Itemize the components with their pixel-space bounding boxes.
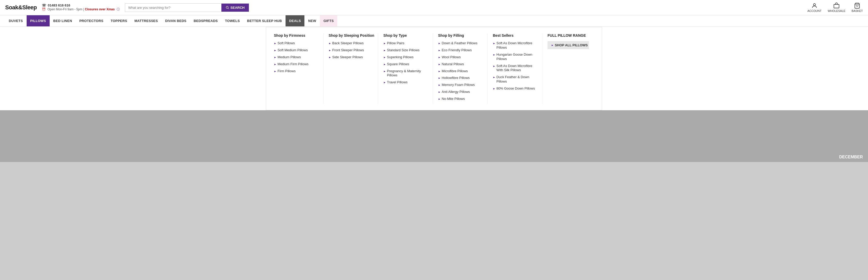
nav-item-better-sleep-hub[interactable]: BETTER SLEEP HUB [243, 15, 285, 26]
arrow-icon: ► [274, 49, 277, 52]
col-title: Best Sellers [493, 33, 537, 37]
closures-link[interactable]: Closures over Xmas [85, 7, 115, 11]
header-icons: ACCOUNT WHOLESALE BASKET [807, 3, 863, 12]
dropdown-link[interactable]: ►Memory Foam Pillows [438, 83, 483, 87]
phone-number[interactable]: ☏ 01483 616 616 [42, 3, 120, 7]
arrow-icon: ► [329, 49, 331, 52]
arrow-icon: ► [274, 70, 277, 73]
dropdown-col: Shop by Filling►Down & Feather Pillows►E… [433, 33, 488, 104]
dropdown-link[interactable]: ►Wool Pillows [438, 55, 483, 60]
arrow-icon: ► [274, 42, 277, 45]
wholesale-icon [833, 3, 840, 9]
basket-button[interactable]: BASKET [852, 3, 863, 12]
arrow-icon: ► [438, 70, 441, 73]
search-input[interactable] [125, 4, 221, 12]
december-label: DECEMBER [839, 155, 863, 159]
arrow-icon: ► [274, 63, 277, 66]
info-icon: ⓘ [117, 7, 120, 11]
nav-item-mattresses[interactable]: MATTRESSES [131, 15, 162, 26]
dropdown-link[interactable]: ►Travel Pillows [383, 80, 428, 85]
svg-point-0 [226, 6, 228, 8]
dropdown-col: Shop by Sleeping Position►Back Sleeper P… [323, 33, 378, 104]
arrow-icon: ► [438, 49, 441, 52]
account-icon [811, 3, 817, 9]
arrow-icon: ► [438, 56, 441, 59]
svg-line-1 [228, 8, 229, 9]
account-button[interactable]: ACCOUNT [807, 3, 822, 12]
main-content: DECEMBER [0, 110, 868, 162]
arrow-icon: ► [438, 42, 441, 45]
dropdown-link[interactable]: ►Firm Pillows [274, 69, 318, 73]
arrow-icon: ► [493, 42, 495, 45]
col-title: Shop by Firmness [274, 33, 318, 37]
hours-info: ⏰ Open Mon-Fri 9am - 5pm | Closures over… [42, 7, 120, 12]
dropdown-link[interactable]: ►Square Pillows [383, 62, 428, 66]
dropdown-link[interactable]: ►Back Sleeper Pillows [329, 41, 373, 45]
nav-item-bedspreads[interactable]: BEDSPREADS [190, 15, 221, 26]
nav-item-divan-beds[interactable]: DIVAN BEDS [162, 15, 190, 26]
col-title: Shop by Type [383, 33, 428, 37]
arrow-icon: ► [493, 87, 495, 90]
wholesale-button[interactable]: WHOLESALE [828, 3, 845, 12]
arrow-icon: ► [493, 53, 495, 56]
dropdown-link[interactable]: ►Down & Feather Pillows [438, 41, 483, 45]
dropdown-link[interactable]: ►Medium Firm Pillows [274, 62, 318, 66]
dropdown-link[interactable]: ►Natural Pillows [438, 62, 483, 66]
dropdown-link[interactable]: ►Pregnancy & Maternity Pillows [383, 69, 428, 78]
dropdown-link[interactable]: ►Front Sleeper Pillows [329, 48, 373, 53]
basket-icon [854, 3, 860, 9]
full-range-col: FULL PILLOW RANGE►SHOP ALL PILLOWS [542, 33, 594, 104]
dropdown-link[interactable]: ►Eco Friendly Pillows [438, 48, 483, 53]
dropdown-link[interactable]: ►Soft Medium Pillows [274, 48, 318, 53]
site-logo[interactable]: Soak&Sleep [5, 4, 37, 11]
nav-item-gifts[interactable]: GIFTS [320, 15, 338, 26]
nav-item-toppers[interactable]: TOPPERS [107, 15, 131, 26]
nav-item-towels[interactable]: TOWELS [221, 15, 243, 26]
nav-item-bed-linen[interactable]: BED LINEN [50, 15, 76, 26]
arrow-icon: ► [383, 49, 386, 52]
full-range-title: FULL PILLOW RANGE [548, 33, 589, 37]
dropdown-link[interactable]: ►Hungarian Goose Down Pillows [493, 53, 537, 61]
col-title: Shop by Filling [438, 33, 483, 37]
phone-icon: ☏ [42, 3, 46, 7]
dropdown-link[interactable]: ►No-Mite Pillows [438, 97, 483, 101]
nav-item-new[interactable]: NEW [304, 15, 320, 26]
arrow-icon: ► [383, 42, 386, 45]
dropdown-link[interactable]: ►Medium Pillows [274, 55, 318, 60]
nav-item-pillows[interactable]: PILLOWS [27, 15, 50, 26]
arrow-icon: ► [329, 42, 331, 45]
arrow-icon: ► [493, 64, 495, 68]
dropdown-link[interactable]: ►Hollowfibre Pillows [438, 76, 483, 80]
nav-item-protectors[interactable]: PROTECTORS [76, 15, 107, 26]
search-button[interactable]: SEARCH [221, 4, 249, 12]
arrow-icon: ► [438, 83, 441, 87]
arrow-icon: ► [383, 56, 386, 59]
dropdown-link[interactable]: ►Superking Pillows [383, 55, 428, 60]
dropdown-col: Shop by Type►Pillow Pairs►Standard Size … [378, 33, 433, 104]
search-icon [225, 6, 229, 9]
arrow-icon: ► [274, 56, 277, 59]
dropdown-link[interactable]: ►Soft As Down Microfibre With Silk Pillo… [493, 64, 537, 73]
dropdown-link[interactable]: ►Microfibre Pillows [438, 69, 483, 73]
svg-rect-3 [834, 4, 839, 8]
arrow-icon: ► [438, 97, 441, 101]
dropdown-link[interactable]: ►Duck Feather & Down Pillows [493, 75, 537, 84]
arrow-icon: ► [493, 75, 495, 79]
arrow-icon: ► [383, 81, 386, 84]
nav-bar: DUVETSPILLOWSBED LINENPROTECTORSTOPPERSM… [0, 15, 868, 27]
dropdown-link[interactable]: ►Standard Size Pillows [383, 48, 428, 53]
dropdown-link[interactable]: ►Soft Pillows [274, 41, 318, 45]
dropdown-menu: Shop by Firmness►Soft Pillows►Soft Mediu… [0, 27, 868, 110]
dropdown-link[interactable]: ►80% Goose Down Pillows [493, 87, 537, 91]
clock-icon: ⏰ [42, 7, 46, 11]
dropdown-link[interactable]: ►Pillow Pairs [383, 41, 428, 45]
nav-item-deals[interactable]: DEALS [285, 15, 305, 26]
shop-all-pillows-button[interactable]: ►SHOP ALL PILLOWS [548, 41, 589, 49]
nav-item-duvets[interactable]: DUVETS [5, 15, 27, 26]
dropdown-link[interactable]: ►Anti Allergy Pillows [438, 90, 483, 94]
dropdown-link[interactable]: ►Soft As Down Microfibre Pillows [493, 41, 537, 50]
dropdown-link[interactable]: ►Side Sleeper Pillows [329, 55, 373, 60]
arrow-icon: ► [329, 56, 331, 59]
dropdown-col: Shop by Firmness►Soft Pillows►Soft Mediu… [274, 33, 323, 104]
search-bar: SEARCH [125, 3, 249, 12]
